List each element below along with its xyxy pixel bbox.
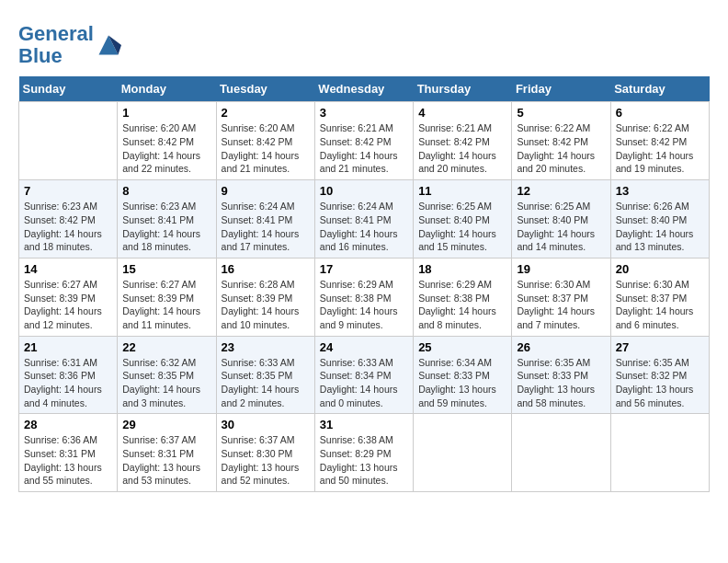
day-info: Sunrise: 6:35 AM Sunset: 8:33 PM Dayligh… xyxy=(517,356,605,410)
calendar-cell: 18Sunrise: 6:29 AM Sunset: 8:38 PM Dayli… xyxy=(414,258,512,336)
day-number: 1 xyxy=(122,106,210,120)
day-info: Sunrise: 6:23 AM Sunset: 8:41 PM Dayligh… xyxy=(122,200,210,254)
calendar-cell: 16Sunrise: 6:28 AM Sunset: 8:39 PM Dayli… xyxy=(216,258,314,336)
day-info: Sunrise: 6:25 AM Sunset: 8:40 PM Dayligh… xyxy=(418,200,506,254)
day-info: Sunrise: 6:22 AM Sunset: 8:42 PM Dayligh… xyxy=(517,121,605,176)
day-info: Sunrise: 6:21 AM Sunset: 8:42 PM Dayligh… xyxy=(418,121,506,176)
day-info: Sunrise: 6:32 AM Sunset: 8:35 PM Dayligh… xyxy=(122,356,210,410)
day-info: Sunrise: 6:21 AM Sunset: 8:42 PM Dayligh… xyxy=(320,121,408,176)
day-info: Sunrise: 6:38 AM Sunset: 8:29 PM Dayligh… xyxy=(320,433,408,488)
calendar-cell: 3Sunrise: 6:21 AM Sunset: 8:42 PM Daylig… xyxy=(314,102,413,180)
day-of-week-header: Tuesday xyxy=(216,76,314,102)
day-number: 16 xyxy=(222,262,310,276)
day-number: 31 xyxy=(320,418,408,431)
day-info: Sunrise: 6:35 AM Sunset: 8:32 PM Dayligh… xyxy=(616,356,704,410)
day-info: Sunrise: 6:20 AM Sunset: 8:42 PM Dayligh… xyxy=(122,121,210,176)
calendar-cell: 2Sunrise: 6:20 AM Sunset: 8:42 PM Daylig… xyxy=(216,102,314,180)
calendar-cell: 6Sunrise: 6:22 AM Sunset: 8:42 PM Daylig… xyxy=(610,102,709,180)
calendar-table: SundayMondayTuesdayWednesdayThursdayFrid… xyxy=(18,76,710,492)
day-number: 2 xyxy=(222,106,310,120)
day-info: Sunrise: 6:20 AM Sunset: 8:42 PM Dayligh… xyxy=(222,121,310,176)
day-info: Sunrise: 6:34 AM Sunset: 8:33 PM Dayligh… xyxy=(418,356,506,410)
calendar-cell: 12Sunrise: 6:25 AM Sunset: 8:40 PM Dayli… xyxy=(512,180,610,259)
day-number: 19 xyxy=(517,262,605,276)
calendar-cell: 28Sunrise: 6:36 AM Sunset: 8:31 PM Dayli… xyxy=(19,414,118,492)
calendar-cell: 13Sunrise: 6:26 AM Sunset: 8:40 PM Dayli… xyxy=(610,180,709,259)
day-of-week-header: Thursday xyxy=(414,76,512,102)
day-info: Sunrise: 6:37 AM Sunset: 8:31 PM Dayligh… xyxy=(122,433,210,488)
calendar-cell: 21Sunrise: 6:31 AM Sunset: 8:36 PM Dayli… xyxy=(19,336,118,414)
calendar-week-row: 14Sunrise: 6:27 AM Sunset: 8:39 PM Dayli… xyxy=(19,258,710,336)
day-number: 28 xyxy=(24,418,112,431)
day-number: 15 xyxy=(122,262,210,276)
calendar-week-row: 21Sunrise: 6:31 AM Sunset: 8:36 PM Dayli… xyxy=(19,336,710,414)
calendar-cell: 10Sunrise: 6:24 AM Sunset: 8:41 PM Dayli… xyxy=(314,180,413,259)
day-info: Sunrise: 6:23 AM Sunset: 8:42 PM Dayligh… xyxy=(24,200,112,254)
day-number: 20 xyxy=(616,262,704,276)
day-number: 4 xyxy=(418,106,506,120)
calendar-cell xyxy=(414,414,512,492)
day-info: Sunrise: 6:29 AM Sunset: 8:38 PM Dayligh… xyxy=(418,278,506,332)
day-number: 27 xyxy=(616,340,704,354)
calendar-cell: 20Sunrise: 6:30 AM Sunset: 8:37 PM Dayli… xyxy=(610,258,709,336)
calendar-week-row: 28Sunrise: 6:36 AM Sunset: 8:31 PM Dayli… xyxy=(19,414,710,492)
day-number: 26 xyxy=(517,340,605,354)
day-info: Sunrise: 6:24 AM Sunset: 8:41 PM Dayligh… xyxy=(222,200,310,254)
day-info: Sunrise: 6:29 AM Sunset: 8:38 PM Dayligh… xyxy=(320,278,408,332)
day-number: 14 xyxy=(24,262,112,276)
calendar-cell: 19Sunrise: 6:30 AM Sunset: 8:37 PM Dayli… xyxy=(512,258,610,336)
day-info: Sunrise: 6:37 AM Sunset: 8:30 PM Dayligh… xyxy=(222,433,310,488)
calendar-cell: 9Sunrise: 6:24 AM Sunset: 8:41 PM Daylig… xyxy=(216,180,314,259)
day-number: 6 xyxy=(616,106,704,120)
calendar-cell: 8Sunrise: 6:23 AM Sunset: 8:41 PM Daylig… xyxy=(118,180,216,259)
calendar-cell: 29Sunrise: 6:37 AM Sunset: 8:31 PM Dayli… xyxy=(118,414,216,492)
day-number: 11 xyxy=(418,184,506,198)
day-info: Sunrise: 6:24 AM Sunset: 8:41 PM Dayligh… xyxy=(320,200,408,254)
calendar-cell: 11Sunrise: 6:25 AM Sunset: 8:40 PM Dayli… xyxy=(414,180,512,259)
calendar-cell xyxy=(512,414,610,492)
calendar-cell: 5Sunrise: 6:22 AM Sunset: 8:42 PM Daylig… xyxy=(512,102,610,180)
day-of-week-header: Friday xyxy=(512,76,610,102)
day-number: 22 xyxy=(122,340,210,354)
day-info: Sunrise: 6:33 AM Sunset: 8:34 PM Dayligh… xyxy=(320,356,408,410)
calendar-cell: 14Sunrise: 6:27 AM Sunset: 8:39 PM Dayli… xyxy=(19,258,118,336)
calendar-body: 1Sunrise: 6:20 AM Sunset: 8:42 PM Daylig… xyxy=(19,102,710,492)
day-number: 25 xyxy=(418,340,506,354)
calendar-cell: 7Sunrise: 6:23 AM Sunset: 8:42 PM Daylig… xyxy=(19,180,118,259)
calendar-cell: 24Sunrise: 6:33 AM Sunset: 8:34 PM Dayli… xyxy=(314,336,413,414)
day-info: Sunrise: 6:30 AM Sunset: 8:37 PM Dayligh… xyxy=(616,278,704,332)
day-info: Sunrise: 6:27 AM Sunset: 8:39 PM Dayligh… xyxy=(24,278,112,332)
calendar-cell: 26Sunrise: 6:35 AM Sunset: 8:33 PM Dayli… xyxy=(512,336,610,414)
calendar-cell: 30Sunrise: 6:37 AM Sunset: 8:30 PM Dayli… xyxy=(216,414,314,492)
page-header: General Blue xyxy=(18,18,710,67)
calendar-cell: 22Sunrise: 6:32 AM Sunset: 8:35 PM Dayli… xyxy=(118,336,216,414)
day-number: 12 xyxy=(517,184,605,198)
calendar-cell: 27Sunrise: 6:35 AM Sunset: 8:32 PM Dayli… xyxy=(610,336,709,414)
logo-text: General Blue xyxy=(18,23,94,67)
day-info: Sunrise: 6:27 AM Sunset: 8:39 PM Dayligh… xyxy=(122,278,210,332)
day-info: Sunrise: 6:25 AM Sunset: 8:40 PM Dayligh… xyxy=(517,200,605,254)
calendar-cell: 4Sunrise: 6:21 AM Sunset: 8:42 PM Daylig… xyxy=(414,102,512,180)
calendar-cell: 31Sunrise: 6:38 AM Sunset: 8:29 PM Dayli… xyxy=(314,414,413,492)
day-number: 13 xyxy=(616,184,704,198)
day-info: Sunrise: 6:36 AM Sunset: 8:31 PM Dayligh… xyxy=(24,433,112,488)
calendar-cell xyxy=(19,102,118,180)
day-number: 17 xyxy=(320,262,408,276)
calendar-week-row: 1Sunrise: 6:20 AM Sunset: 8:42 PM Daylig… xyxy=(19,102,710,180)
day-info: Sunrise: 6:31 AM Sunset: 8:36 PM Dayligh… xyxy=(24,356,112,410)
day-number: 10 xyxy=(320,184,408,198)
day-of-week-header: Monday xyxy=(118,76,216,102)
day-number: 30 xyxy=(222,418,310,431)
calendar-cell xyxy=(610,414,709,492)
day-info: Sunrise: 6:26 AM Sunset: 8:40 PM Dayligh… xyxy=(616,200,704,254)
day-number: 9 xyxy=(222,184,310,198)
calendar-cell: 25Sunrise: 6:34 AM Sunset: 8:33 PM Dayli… xyxy=(414,336,512,414)
day-of-week-header: Sunday xyxy=(19,76,118,102)
day-info: Sunrise: 6:30 AM Sunset: 8:37 PM Dayligh… xyxy=(517,278,605,332)
day-number: 24 xyxy=(320,340,408,354)
calendar-week-row: 7Sunrise: 6:23 AM Sunset: 8:42 PM Daylig… xyxy=(19,180,710,259)
logo-icon xyxy=(96,32,121,58)
calendar-cell: 15Sunrise: 6:27 AM Sunset: 8:39 PM Dayli… xyxy=(118,258,216,336)
calendar-cell: 17Sunrise: 6:29 AM Sunset: 8:38 PM Dayli… xyxy=(314,258,413,336)
day-number: 3 xyxy=(320,106,408,120)
